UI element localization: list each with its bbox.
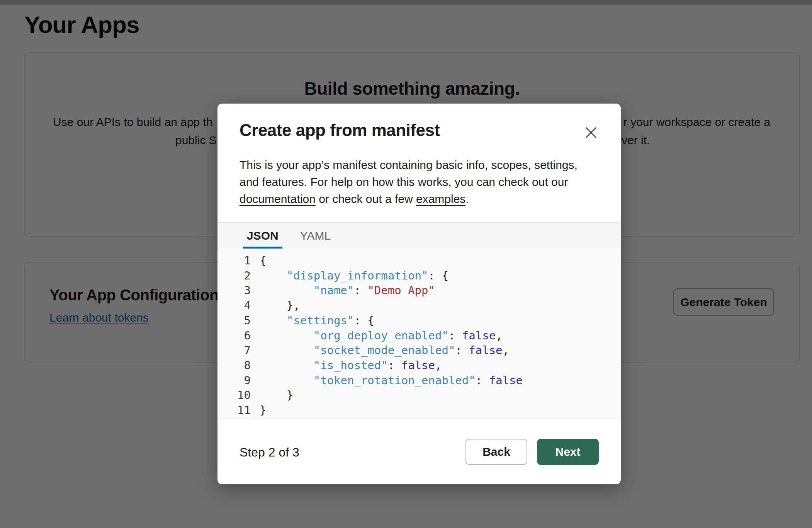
tab-json[interactable]: JSON (243, 223, 282, 249)
close-icon (584, 126, 598, 139)
description-text: . (465, 192, 469, 205)
step-indicator: Step 2 of 3 (240, 445, 299, 460)
examples-link[interactable]: examples (416, 192, 465, 205)
tab-yaml[interactable]: YAML (296, 223, 335, 249)
close-button[interactable] (580, 121, 602, 144)
modal-description: This is your app’s manifest containing b… (240, 157, 593, 208)
back-button[interactable]: Back (465, 439, 527, 465)
documentation-link[interactable]: documentation (240, 192, 316, 205)
editor-code-lines: { "display_information": { "name": "Demo… (256, 249, 523, 419)
tab-json-label: JSON (247, 229, 279, 242)
next-button[interactable]: Next (537, 439, 599, 465)
editor-line-numbers: 1234567891011 (217, 249, 256, 419)
manifest-code-editor[interactable]: 1234567891011 { "display_information": {… (217, 249, 621, 419)
modal-title: Create app from manifest (240, 121, 440, 140)
create-app-from-manifest-modal: Create app from manifest This is your ap… (217, 104, 621, 484)
page: Your Apps Build something amazing. Use o… (0, 0, 812, 528)
manifest-format-tabbar: JSON YAML (217, 222, 621, 249)
description-text: or check out a few (316, 192, 416, 205)
tab-yaml-label: YAML (300, 229, 331, 242)
description-text: This is your app’s manifest containing b… (240, 158, 578, 188)
